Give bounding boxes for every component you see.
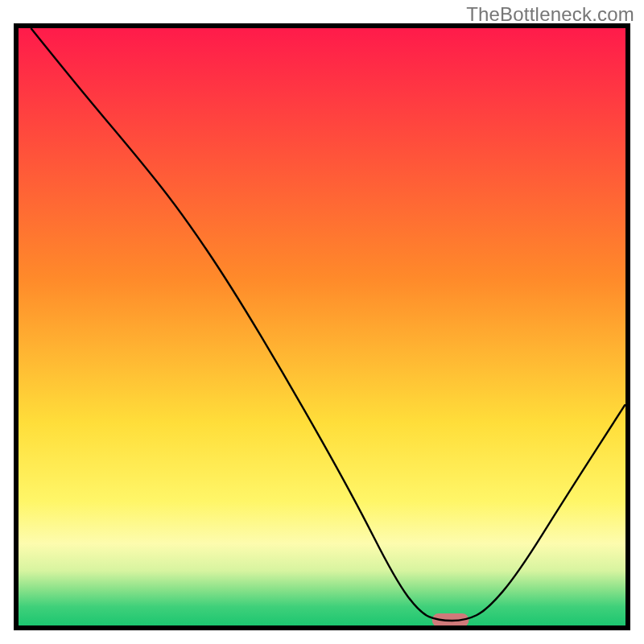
chart-svg xyxy=(0,0,644,644)
gradient-background xyxy=(16,26,628,628)
watermark-text: TheBottleneck.com xyxy=(466,3,634,26)
bottleneck-chart: TheBottleneck.com xyxy=(0,0,644,644)
plot-area xyxy=(16,26,628,628)
